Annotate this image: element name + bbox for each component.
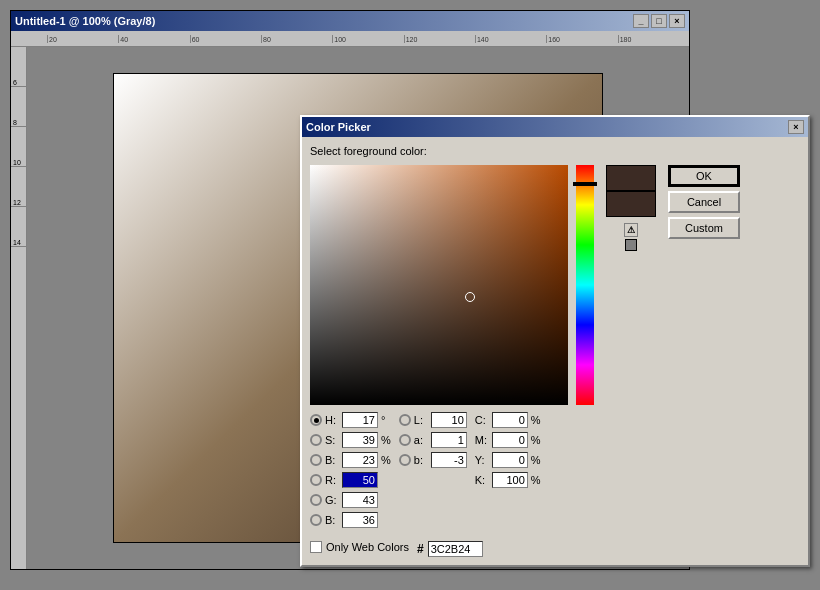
a-radio[interactable]	[399, 434, 411, 446]
m-label: M:	[475, 434, 489, 446]
ruler-v-mark: 6	[11, 47, 26, 87]
hash-symbol: #	[417, 542, 424, 556]
ruler-mark: 60	[190, 35, 261, 43]
ruler-mark: 180	[618, 35, 689, 43]
bright-label: B:	[325, 454, 339, 466]
bright-unit: %	[381, 454, 391, 466]
hue-input[interactable]	[342, 412, 378, 428]
ok-button[interactable]: OK	[668, 165, 740, 187]
ps-maximize-btn[interactable]: □	[651, 14, 667, 28]
cancel-button[interactable]: Cancel	[668, 191, 740, 213]
c-input[interactable]	[492, 412, 528, 428]
green-input[interactable]	[342, 492, 378, 508]
ps-ruler-horizontal: 20 40 60 80 100 120 140 160 180	[11, 31, 689, 47]
sat-label: S:	[325, 434, 339, 446]
m-row: M: %	[475, 431, 541, 449]
gradient-cursor	[465, 292, 475, 302]
blue-radio[interactable]	[310, 514, 322, 526]
sat-unit: %	[381, 434, 391, 446]
b-lab-input[interactable]	[431, 452, 467, 468]
y-input[interactable]	[492, 452, 528, 468]
bright-input[interactable]	[342, 452, 378, 468]
ps-ruler-vertical: 6 8 10 12 14	[11, 47, 27, 569]
hue-row: H: °	[310, 411, 391, 429]
c-label: C:	[475, 414, 489, 426]
color-swatches	[602, 165, 660, 217]
m-input[interactable]	[492, 432, 528, 448]
dialog-main-row: ⚠ OK Cancel Custom	[310, 165, 800, 405]
swatch-area: ⚠	[602, 165, 660, 251]
red-input[interactable]	[342, 472, 378, 488]
a-label: a:	[414, 434, 428, 446]
ruler-v-mark: 14	[11, 207, 26, 247]
hue-radio[interactable]	[310, 414, 322, 426]
dialog-subtitle: Select foreground color:	[310, 145, 800, 157]
b-lab-label: b:	[414, 454, 428, 466]
k-row: K: %	[475, 471, 541, 489]
green-row: G:	[310, 491, 391, 509]
blue-label: B:	[325, 514, 339, 526]
ruler-v-mark: 8	[11, 87, 26, 127]
y-row: Y: %	[475, 451, 541, 469]
gamut-warning-icon[interactable]: ⚠	[624, 223, 638, 237]
dialog-body: Select foreground color:	[302, 137, 808, 565]
blue-row: B:	[310, 511, 391, 529]
blue-input[interactable]	[342, 512, 378, 528]
y-unit: %	[531, 454, 541, 466]
c-row: C: %	[475, 411, 541, 429]
dialog-titlebar[interactable]: Color Picker ×	[302, 117, 808, 137]
sat-row: S: %	[310, 431, 391, 449]
cmyk-column: C: % M: % Y: % K: %	[475, 411, 541, 529]
sat-radio[interactable]	[310, 434, 322, 446]
ruler-mark: 40	[118, 35, 189, 43]
hue-slider	[573, 182, 597, 186]
ruler-v-mark: 12	[11, 167, 26, 207]
l-radio[interactable]	[399, 414, 411, 426]
ps-titlebar-buttons: _ □ ×	[633, 14, 685, 28]
dialog-title: Color Picker	[306, 121, 371, 133]
y-label: Y:	[475, 454, 489, 466]
ruler-mark: 100	[332, 35, 403, 43]
ruler-mark: 20	[47, 35, 118, 43]
web-colors-label: Only Web Colors	[326, 541, 409, 553]
ps-close-btn[interactable]: ×	[669, 14, 685, 28]
ruler-mark: 160	[546, 35, 617, 43]
ruler-v-mark: 10	[11, 127, 26, 167]
bright-radio[interactable]	[310, 454, 322, 466]
m-unit: %	[531, 434, 541, 446]
dialog-close-btn[interactable]: ×	[788, 120, 804, 134]
hex-input[interactable]	[428, 541, 483, 557]
hue-unit: °	[381, 414, 385, 426]
sat-input[interactable]	[342, 432, 378, 448]
color-gradient-box[interactable]	[310, 165, 568, 405]
hue-bar[interactable]	[576, 165, 594, 405]
hsb-column: H: ° S: % B: % R:	[310, 411, 391, 529]
l-input[interactable]	[431, 412, 467, 428]
values-section: H: ° S: % B: % R:	[310, 411, 800, 529]
a-input[interactable]	[431, 432, 467, 448]
lab-column: L: a: b:	[399, 411, 467, 529]
green-label: G:	[325, 494, 339, 506]
green-radio[interactable]	[310, 494, 322, 506]
custom-button[interactable]: Custom	[668, 217, 740, 239]
red-radio[interactable]	[310, 474, 322, 486]
ps-title: Untitled-1 @ 100% (Gray/8)	[15, 15, 155, 27]
c-unit: %	[531, 414, 541, 426]
hue-label: H:	[325, 414, 339, 426]
hex-row: #	[417, 541, 483, 557]
hue-bar-container	[576, 165, 594, 405]
gradient-bg	[310, 165, 568, 405]
ruler-mark: 140	[475, 35, 546, 43]
ps-titlebar[interactable]: Untitled-1 @ 100% (Gray/8) _ □ ×	[11, 11, 689, 31]
k-label: K:	[475, 474, 489, 486]
l-row: L:	[399, 411, 467, 429]
ps-minimize-btn[interactable]: _	[633, 14, 649, 28]
red-label: R:	[325, 474, 339, 486]
k-input[interactable]	[492, 472, 528, 488]
web-colors-checkbox[interactable]	[310, 541, 322, 553]
gamut-color-indicator	[625, 239, 637, 251]
b-lab-radio[interactable]	[399, 454, 411, 466]
ruler-h-marks: 20 40 60 80 100 120 140 160 180	[31, 35, 689, 43]
b-lab-row: b:	[399, 451, 467, 469]
a-row: a:	[399, 431, 467, 449]
